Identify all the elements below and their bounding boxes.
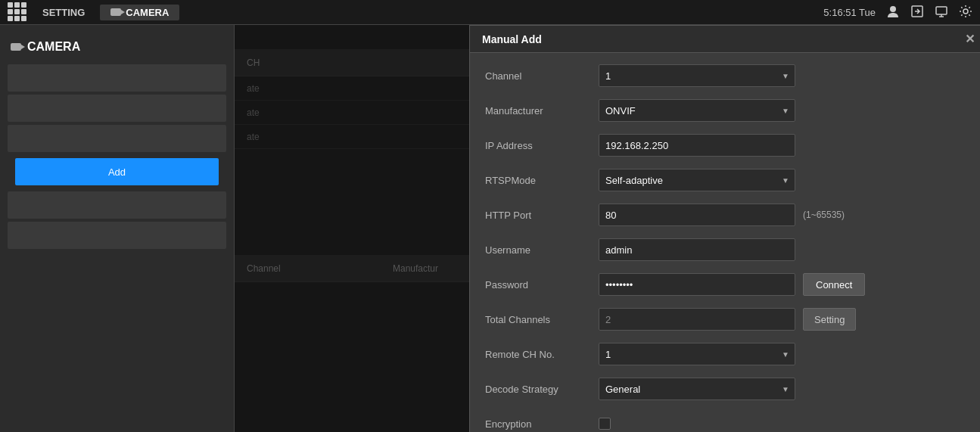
sidebar-row-3: [8, 125, 226, 152]
decode-strategy-row: Decode Strategy General ▼: [485, 375, 972, 402]
main-area: CAMERA Add – ✕ CH IP Camera 64-bit-addr …: [0, 25, 980, 432]
password-input-wrap: [599, 273, 795, 296]
sidebar-rows: Add: [0, 64, 234, 249]
username-input[interactable]: [599, 238, 795, 261]
decode-strategy-select-wrap: General ▼: [599, 378, 795, 400]
camera-tab-label: CAMERA: [126, 7, 169, 18]
ip-address-input-wrap: [599, 134, 795, 157]
sidebar-row-2: [8, 95, 226, 122]
total-channels-input-wrap: [599, 308, 795, 331]
sidebar-row-4: [8, 191, 226, 219]
manufacturer-row: Manufacturer ONVIF ▼: [485, 97, 972, 124]
setting-nav-label[interactable]: SETTING: [42, 7, 85, 18]
http-port-input[interactable]: [599, 204, 795, 226]
username-input-wrap: [599, 238, 795, 261]
export-icon[interactable]: [910, 5, 924, 20]
rtsp-mode-row: RTSPMode Self-adaptive ▼: [485, 166, 972, 194]
rtsp-mode-select-container: Self-adaptive ▼: [599, 169, 795, 191]
encryption-checkbox[interactable]: [599, 418, 611, 430]
manufacturer-select-container: ONVIF ▼: [599, 99, 795, 122]
password-row: Password Connect: [485, 271, 972, 298]
remote-ch-select-container: 1 ▼: [599, 343, 795, 365]
grid-icon[interactable]: [8, 2, 27, 22]
channel-select-wrap: 1 ▼: [599, 64, 795, 87]
http-port-row: HTTP Port (1~65535): [485, 201, 972, 228]
decode-strategy-select[interactable]: General: [599, 378, 795, 400]
top-bar: SETTING CAMERA 5:16:51 Tue: [0, 0, 980, 25]
rtsp-mode-select[interactable]: Self-adaptive: [599, 169, 795, 191]
total-channels-input[interactable]: [599, 308, 795, 331]
sidebar-camera-icon: [11, 43, 21, 51]
remote-ch-label: Remote CH No.: [485, 349, 599, 360]
ip-address-row: IP Address: [485, 132, 972, 159]
total-channels-row: Total Channels Setting: [485, 306, 972, 333]
http-port-input-wrap: [599, 204, 795, 226]
username-label: Username: [485, 244, 599, 256]
channel-select-container: 1 ▼: [599, 64, 795, 87]
right-content: – ✕ CH IP Camera 64-bit-addr ate ate ate…: [235, 25, 980, 432]
camera-tab[interactable]: CAMERA: [100, 5, 179, 20]
modal-title: Manual Add: [482, 33, 542, 45]
sidebar-row-1: [8, 64, 226, 92]
total-channels-label: Total Channels: [485, 314, 599, 325]
username-row: Username: [485, 236, 972, 263]
rtsp-mode-label: RTSPMode: [485, 175, 599, 186]
clock-display: 5:16:51 Tue: [823, 7, 876, 18]
remote-ch-select[interactable]: 1: [599, 343, 795, 365]
channel-select[interactable]: 1: [599, 64, 795, 87]
encryption-row: Encryption: [485, 410, 972, 432]
svg-point-3: [963, 9, 968, 14]
ip-address-input[interactable]: [599, 134, 795, 157]
modal-header: Manual Add ✕: [470, 26, 980, 53]
settings-gear-icon[interactable]: [959, 5, 972, 20]
modal-body: Channel 1 ▼ Manufacturer: [470, 53, 980, 432]
add-button[interactable]: Add: [15, 158, 219, 185]
user-icon[interactable]: [886, 5, 900, 20]
rtsp-mode-select-wrap: Self-adaptive ▼: [599, 169, 795, 191]
monitor-icon[interactable]: [935, 5, 948, 20]
http-port-hint: (1~65535): [803, 210, 845, 220]
top-bar-right: 5:16:51 Tue: [823, 5, 972, 20]
sidebar-row-5: [8, 222, 226, 249]
connect-button[interactable]: Connect: [803, 273, 865, 296]
encryption-label: Encryption: [485, 418, 599, 430]
manual-add-modal: Manual Add ✕ Channel 1 ▼: [469, 25, 980, 432]
setting-button[interactable]: Setting: [803, 308, 856, 331]
ip-address-label: IP Address: [485, 140, 599, 151]
remote-ch-select-wrap: 1 ▼: [599, 343, 795, 365]
modal-close-button[interactable]: ✕: [965, 32, 975, 46]
svg-rect-2: [936, 7, 947, 14]
remote-ch-row: Remote CH No. 1 ▼: [485, 340, 972, 368]
manufacturer-label: Manufacturer: [485, 105, 599, 117]
manufacturer-select[interactable]: ONVIF: [599, 99, 795, 122]
http-port-label: HTTP Port: [485, 210, 599, 221]
sidebar: CAMERA Add: [0, 25, 235, 432]
decode-strategy-select-container: General ▼: [599, 378, 795, 400]
camera-tab-icon: [110, 8, 121, 16]
svg-point-0: [890, 6, 896, 12]
sidebar-camera-label: CAMERA: [27, 40, 80, 54]
password-label: Password: [485, 279, 599, 291]
password-input[interactable]: [599, 273, 795, 296]
channel-label: Channel: [485, 70, 599, 82]
channel-row: Channel 1 ▼: [485, 62, 972, 89]
sidebar-camera-header: CAMERA: [0, 33, 234, 64]
decode-strategy-label: Decode Strategy: [485, 384, 599, 395]
manufacturer-select-wrap: ONVIF ▼: [599, 99, 795, 122]
